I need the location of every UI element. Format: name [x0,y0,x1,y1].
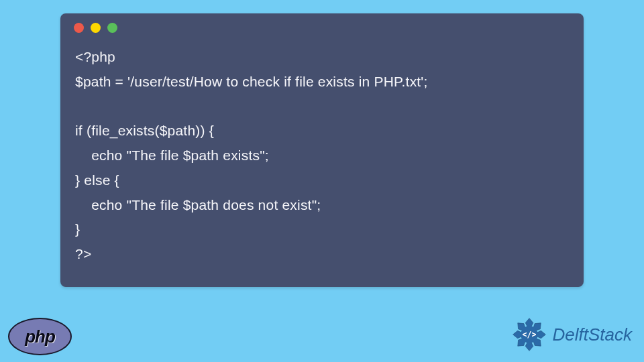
svg-marker-2 [537,330,545,339]
code-line: ?> [75,246,91,261]
svg-marker-0 [525,318,533,327]
code-line: echo "The file $path exists"; [75,147,269,163]
window-titlebar [60,13,584,38]
code-area: <?php $path = '/user/test/How to check i… [60,38,584,279]
php-logo-ellipse: php [8,318,72,355]
delftstack-text: DelftStack [553,324,633,345]
maximize-icon [107,23,117,33]
code-window: <?php $path = '/user/test/How to check i… [60,13,584,287]
svg-marker-6 [513,330,521,339]
code-line: echo "The file $path does not exist"; [75,197,321,213]
php-logo-text: php [25,326,55,347]
code-line: $path = '/user/test/How to check if file… [75,74,428,89]
delftstack-logo: </> DelftStack [510,315,633,354]
php-logo: php [8,318,72,355]
svg-text:</>: </> [522,330,536,339]
delftstack-icon: </> [510,315,549,354]
close-icon [74,23,84,33]
code-line: } [75,221,80,237]
code-line: if (file_exists($path)) { [75,123,214,138]
minimize-icon [91,23,101,33]
svg-marker-4 [525,343,533,351]
code-line: } else { [75,172,119,188]
code-line: <?php [75,49,115,64]
